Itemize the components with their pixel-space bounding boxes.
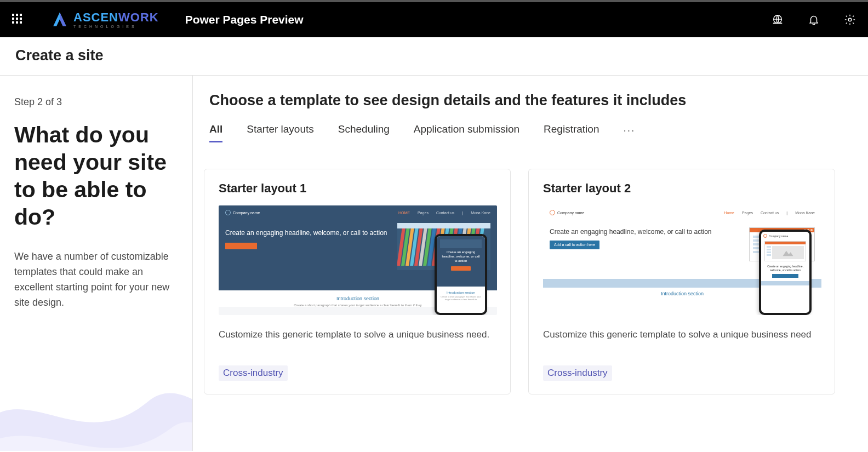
wizard-sidebar: Step 2 of 3 What do you need your site t… bbox=[0, 76, 193, 451]
preview-user: Mona Kane bbox=[471, 211, 490, 215]
tab-starter-layouts[interactable]: Starter layouts bbox=[247, 123, 314, 142]
preview-nav-item: HOME bbox=[398, 211, 410, 215]
app-title: Power Pages Preview bbox=[185, 13, 304, 26]
preview-mobile-mockup: Company name Create an engaging headline… bbox=[759, 230, 812, 315]
app-launcher-icon[interactable] bbox=[12, 14, 24, 26]
main-heading: Choose a template to see design details … bbox=[203, 92, 863, 109]
preview-nav-item: Contact us bbox=[761, 211, 779, 215]
brand-name-part2: WORK bbox=[118, 10, 159, 24]
sidebar-heading: What do you need your site to be able to… bbox=[14, 121, 178, 231]
template-tag: Cross-industry bbox=[543, 365, 612, 381]
globe-icon[interactable] bbox=[772, 14, 784, 26]
top-bar: ASCENWORK TECHNOLOGIES Power Pages Previ… bbox=[0, 0, 868, 37]
template-preview: Company name HOME Pages Contact us | Mon… bbox=[219, 205, 497, 315]
preview-company: Company name bbox=[550, 210, 584, 215]
template-card-description: Customize this generic template to solve… bbox=[219, 329, 496, 340]
preview-nav-item: Contact us bbox=[436, 211, 454, 215]
preview-cta-button bbox=[225, 243, 257, 249]
logo-text: ASCENWORK TECHNOLOGIES bbox=[73, 12, 159, 28]
template-card-title: Starter layout 2 bbox=[543, 181, 820, 196]
svg-point-1 bbox=[848, 18, 852, 21]
template-cards: Starter layout 1 Company name HOME Pages… bbox=[203, 169, 863, 394]
decorative-wave bbox=[0, 347, 193, 451]
preview-headline: Create an engaging headline, welcome, or… bbox=[550, 227, 744, 236]
tab-application-submission[interactable]: Application submission bbox=[414, 123, 519, 142]
brand-subtitle: TECHNOLOGIES bbox=[73, 25, 159, 28]
preview-nav-item: Pages bbox=[742, 211, 753, 215]
page-title: Create a site bbox=[15, 47, 853, 64]
preview-nav-item: Home bbox=[724, 211, 734, 215]
bell-icon[interactable] bbox=[808, 14, 820, 26]
template-card-title: Starter layout 1 bbox=[219, 181, 496, 196]
template-preview: Company name Home Pages Contact us | Mon… bbox=[543, 205, 821, 315]
tab-registration[interactable]: Registration bbox=[544, 123, 599, 142]
brand-name-part1: ASCEN bbox=[73, 10, 118, 24]
brand-logo[interactable]: ASCENWORK TECHNOLOGIES bbox=[50, 10, 159, 29]
template-card-description: Customize this generic template to solve… bbox=[543, 329, 820, 340]
preview-cta-button: Add a call to action here bbox=[550, 241, 599, 249]
sidebar-description: We have a number of customizable templat… bbox=[14, 249, 178, 311]
template-card-starter-layout-2[interactable]: Starter layout 2 Company name Home Pages… bbox=[528, 169, 835, 394]
step-label: Step 2 of 3 bbox=[14, 96, 178, 108]
preview-user: Mona Kane bbox=[795, 211, 815, 215]
preview-mobile-mockup: Create an engaging headline, welcome, or… bbox=[435, 234, 487, 315]
main-content: Choose a template to see design details … bbox=[193, 76, 868, 451]
tab-more-icon[interactable]: ··· bbox=[623, 124, 635, 142]
template-category-tabs: All Starter layouts Scheduling Applicati… bbox=[203, 123, 863, 142]
preview-headline: Create an engaging headline, welcome, or… bbox=[225, 228, 392, 237]
template-card-starter-layout-1[interactable]: Starter layout 1 Company name HOME Pages… bbox=[204, 169, 511, 394]
tab-all[interactable]: All bbox=[209, 123, 222, 142]
logo-mark-icon bbox=[50, 10, 69, 29]
tab-scheduling[interactable]: Scheduling bbox=[338, 123, 390, 142]
preview-nav-item: Pages bbox=[418, 211, 429, 215]
gear-icon[interactable] bbox=[844, 14, 856, 26]
template-tag: Cross-industry bbox=[219, 365, 288, 381]
page-title-bar: Create a site bbox=[0, 37, 868, 76]
svg-rect-22 bbox=[397, 223, 490, 228]
preview-company: Company name bbox=[225, 210, 260, 215]
